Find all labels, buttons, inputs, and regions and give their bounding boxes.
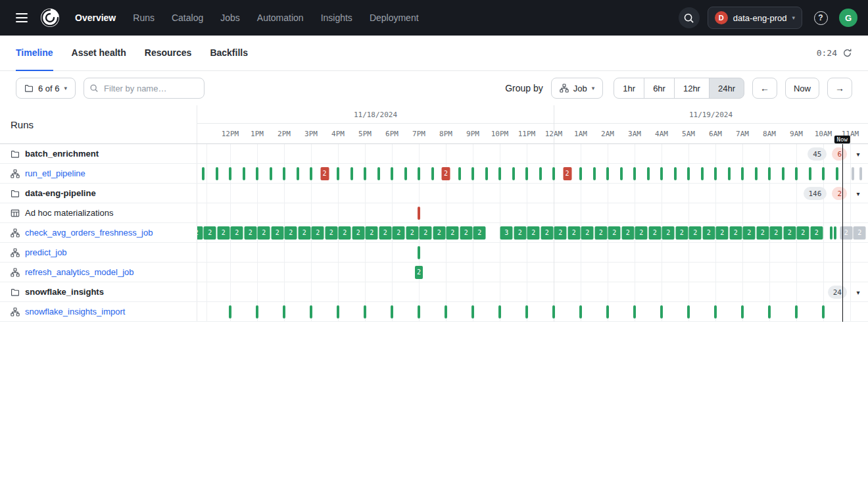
run-mark[interactable] bbox=[498, 305, 501, 318]
run-mark[interactable]: 2 bbox=[635, 226, 648, 240]
run-mark[interactable] bbox=[229, 167, 231, 180]
range-12hr-button[interactable]: 12hr bbox=[674, 78, 710, 99]
nav-item-overview[interactable]: Overview bbox=[75, 13, 116, 23]
run-mark[interactable]: 2 bbox=[621, 226, 634, 240]
run-mark[interactable]: 2 bbox=[810, 226, 823, 240]
run-mark[interactable] bbox=[243, 167, 245, 180]
run-mark[interactable]: 2 bbox=[285, 226, 297, 240]
run-mark[interactable] bbox=[782, 167, 784, 180]
run-mark[interactable]: 2 bbox=[563, 167, 571, 180]
run-mark[interactable]: 2 bbox=[442, 167, 450, 180]
range-24hr-button[interactable]: 24hr bbox=[709, 78, 744, 99]
run-mark[interactable] bbox=[350, 167, 353, 180]
run-mark[interactable] bbox=[660, 167, 663, 180]
run-mark[interactable]: 2 bbox=[662, 226, 675, 240]
run-mark[interactable] bbox=[647, 167, 650, 180]
run-mark[interactable] bbox=[620, 167, 623, 180]
run-mark[interactable] bbox=[552, 167, 555, 180]
run-mark[interactable]: 2 bbox=[446, 226, 459, 240]
row-label[interactable]: batch_enrichment bbox=[25, 149, 99, 159]
run-mark[interactable] bbox=[822, 305, 825, 318]
run-mark[interactable] bbox=[714, 167, 717, 180]
run-mark[interactable] bbox=[579, 167, 582, 180]
tab-resources[interactable]: Resources bbox=[145, 36, 192, 71]
run-mark[interactable] bbox=[310, 305, 312, 318]
run-mark[interactable]: 3 bbox=[500, 226, 513, 240]
expand-caret[interactable]: ▾ bbox=[852, 188, 864, 199]
run-mark[interactable]: 2 bbox=[460, 226, 472, 240]
run-mark[interactable]: 2 bbox=[271, 226, 283, 240]
filter-input[interactable] bbox=[84, 78, 205, 99]
run-mark[interactable]: 2 bbox=[675, 226, 688, 240]
deployment-switcher[interactable]: D data-eng-prod ▾ bbox=[708, 7, 802, 29]
run-mark[interactable] bbox=[660, 305, 663, 318]
run-mark[interactable] bbox=[229, 305, 231, 318]
run-mark[interactable]: 2 bbox=[567, 226, 580, 240]
run-mark[interactable] bbox=[445, 305, 447, 318]
run-mark[interactable] bbox=[525, 167, 528, 180]
nav-item-runs[interactable]: Runs bbox=[133, 13, 155, 23]
run-mark[interactable] bbox=[418, 167, 420, 180]
user-avatar[interactable]: G bbox=[839, 9, 857, 27]
run-mark[interactable]: 2 bbox=[770, 226, 783, 240]
run-mark[interactable]: 2 bbox=[756, 226, 769, 240]
run-mark[interactable] bbox=[552, 305, 555, 318]
run-mark[interactable] bbox=[755, 167, 758, 180]
range-1hr-button[interactable]: 1hr bbox=[614, 78, 644, 99]
run-mark[interactable]: 2 bbox=[420, 226, 432, 240]
run-mark[interactable] bbox=[270, 167, 272, 180]
run-mark[interactable] bbox=[391, 167, 393, 180]
expand-caret[interactable]: ▾ bbox=[852, 148, 864, 160]
tab-asset-health[interactable]: Asset health bbox=[72, 36, 126, 71]
row-label[interactable]: snowflake_insights bbox=[25, 287, 104, 297]
run-mark[interactable]: 2 bbox=[366, 226, 378, 240]
run-mark[interactable]: 2 bbox=[594, 226, 607, 240]
run-mark[interactable]: 2 bbox=[312, 226, 324, 240]
run-mark[interactable] bbox=[768, 305, 771, 318]
refresh-icon[interactable] bbox=[842, 48, 852, 58]
run-mark[interactable] bbox=[418, 207, 420, 220]
run-mark[interactable]: 2 bbox=[514, 226, 526, 240]
row-label[interactable]: predict_job bbox=[25, 247, 67, 257]
run-mark[interactable] bbox=[404, 167, 407, 180]
nav-item-jobs[interactable]: Jobs bbox=[220, 13, 240, 23]
run-mark[interactable] bbox=[714, 305, 717, 318]
run-mark[interactable]: 2 bbox=[648, 226, 661, 240]
run-mark[interactable]: 2 bbox=[298, 226, 310, 240]
run-mark[interactable] bbox=[297, 167, 299, 180]
row-label[interactable]: data-eng-pipeline bbox=[25, 188, 96, 198]
run-mark[interactable]: 2 bbox=[320, 167, 329, 180]
run-mark[interactable] bbox=[310, 167, 312, 180]
run-mark[interactable] bbox=[687, 305, 690, 318]
run-mark[interactable]: 2 bbox=[406, 226, 418, 240]
run-mark[interactable] bbox=[498, 167, 501, 180]
run-mark[interactable] bbox=[471, 167, 474, 180]
range-6hr-button[interactable]: 6hr bbox=[644, 78, 675, 99]
run-mark[interactable] bbox=[418, 246, 420, 259]
run-mark[interactable]: 2 bbox=[339, 226, 351, 240]
run-mark[interactable]: 2 bbox=[393, 226, 405, 240]
run-mark[interactable] bbox=[458, 167, 461, 180]
run-mark[interactable]: 2 bbox=[258, 226, 270, 240]
run-mark[interactable] bbox=[674, 167, 677, 180]
row-label[interactable]: check_avg_orders_freshness_job bbox=[25, 228, 153, 238]
run-mark[interactable]: 2 bbox=[527, 226, 540, 240]
run-mark[interactable] bbox=[830, 226, 832, 240]
run-mark[interactable] bbox=[795, 305, 798, 318]
run-mark[interactable] bbox=[525, 305, 528, 318]
group-by-select[interactable]: Job ▾ bbox=[551, 78, 604, 99]
run-mark[interactable] bbox=[859, 167, 862, 180]
run-mark[interactable] bbox=[606, 305, 609, 318]
run-mark[interactable] bbox=[728, 167, 731, 180]
run-mark[interactable] bbox=[337, 167, 339, 180]
run-mark[interactable]: 2 bbox=[217, 226, 229, 240]
run-mark[interactable] bbox=[431, 167, 434, 180]
scope-filter-button[interactable]: 6 of 6 ▾ bbox=[16, 78, 76, 99]
run-mark[interactable]: 2 bbox=[581, 226, 594, 240]
run-mark[interactable]: 2 bbox=[854, 226, 866, 240]
run-mark[interactable] bbox=[485, 167, 488, 180]
run-mark[interactable] bbox=[687, 167, 690, 180]
dagster-logo[interactable] bbox=[39, 7, 60, 28]
run-mark[interactable] bbox=[633, 305, 636, 318]
run-mark[interactable] bbox=[741, 167, 744, 180]
